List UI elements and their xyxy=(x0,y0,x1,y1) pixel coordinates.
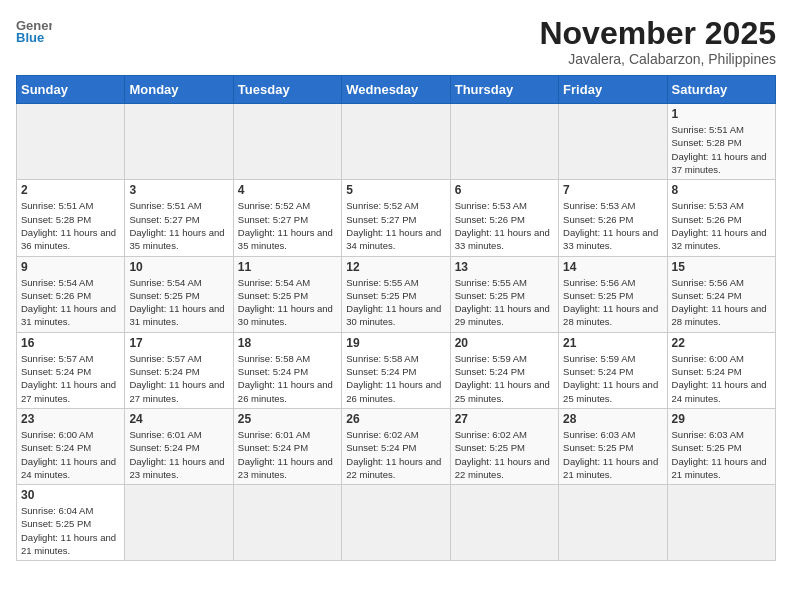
calendar-cell xyxy=(342,485,450,561)
header-tuesday: Tuesday xyxy=(233,76,341,104)
cell-content: Sunrise: 5:51 AM Sunset: 5:27 PM Dayligh… xyxy=(129,199,228,252)
calendar-cell: 2Sunrise: 5:51 AM Sunset: 5:28 PM Daylig… xyxy=(17,180,125,256)
cell-content: Sunrise: 5:56 AM Sunset: 5:24 PM Dayligh… xyxy=(672,276,771,329)
calendar-cell: 30Sunrise: 6:04 AM Sunset: 5:25 PM Dayli… xyxy=(17,485,125,561)
day-number: 10 xyxy=(129,260,228,274)
day-number: 5 xyxy=(346,183,445,197)
calendar-cell: 26Sunrise: 6:02 AM Sunset: 5:24 PM Dayli… xyxy=(342,408,450,484)
week-row-3: 9Sunrise: 5:54 AM Sunset: 5:26 PM Daylig… xyxy=(17,256,776,332)
calendar-cell xyxy=(450,104,558,180)
day-number: 19 xyxy=(346,336,445,350)
cell-content: Sunrise: 5:51 AM Sunset: 5:28 PM Dayligh… xyxy=(21,199,120,252)
day-number: 26 xyxy=(346,412,445,426)
cell-content: Sunrise: 5:54 AM Sunset: 5:25 PM Dayligh… xyxy=(238,276,337,329)
week-row-1: 1Sunrise: 5:51 AM Sunset: 5:28 PM Daylig… xyxy=(17,104,776,180)
calendar-cell: 7Sunrise: 5:53 AM Sunset: 5:26 PM Daylig… xyxy=(559,180,667,256)
cell-content: Sunrise: 5:53 AM Sunset: 5:26 PM Dayligh… xyxy=(672,199,771,252)
header-monday: Monday xyxy=(125,76,233,104)
week-row-4: 16Sunrise: 5:57 AM Sunset: 5:24 PM Dayli… xyxy=(17,332,776,408)
logo: General Blue xyxy=(16,16,52,44)
header-friday: Friday xyxy=(559,76,667,104)
day-number: 4 xyxy=(238,183,337,197)
day-number: 18 xyxy=(238,336,337,350)
cell-content: Sunrise: 5:57 AM Sunset: 5:24 PM Dayligh… xyxy=(129,352,228,405)
calendar-cell xyxy=(233,485,341,561)
day-number: 27 xyxy=(455,412,554,426)
calendar-cell: 1Sunrise: 5:51 AM Sunset: 5:28 PM Daylig… xyxy=(667,104,775,180)
calendar-cell: 23Sunrise: 6:00 AM Sunset: 5:24 PM Dayli… xyxy=(17,408,125,484)
calendar-cell: 18Sunrise: 5:58 AM Sunset: 5:24 PM Dayli… xyxy=(233,332,341,408)
day-number: 7 xyxy=(563,183,662,197)
calendar-cell: 13Sunrise: 5:55 AM Sunset: 5:25 PM Dayli… xyxy=(450,256,558,332)
cell-content: Sunrise: 6:03 AM Sunset: 5:25 PM Dayligh… xyxy=(672,428,771,481)
weekday-header-row: SundayMondayTuesdayWednesdayThursdayFrid… xyxy=(17,76,776,104)
day-number: 28 xyxy=(563,412,662,426)
day-number: 11 xyxy=(238,260,337,274)
cell-content: Sunrise: 6:02 AM Sunset: 5:24 PM Dayligh… xyxy=(346,428,445,481)
calendar-cell xyxy=(342,104,450,180)
header-sunday: Sunday xyxy=(17,76,125,104)
day-number: 16 xyxy=(21,336,120,350)
calendar-cell xyxy=(17,104,125,180)
calendar-cell: 27Sunrise: 6:02 AM Sunset: 5:25 PM Dayli… xyxy=(450,408,558,484)
day-number: 21 xyxy=(563,336,662,350)
calendar-cell xyxy=(667,485,775,561)
calendar-cell: 16Sunrise: 5:57 AM Sunset: 5:24 PM Dayli… xyxy=(17,332,125,408)
day-number: 6 xyxy=(455,183,554,197)
calendar-cell: 10Sunrise: 5:54 AM Sunset: 5:25 PM Dayli… xyxy=(125,256,233,332)
day-number: 14 xyxy=(563,260,662,274)
day-number: 12 xyxy=(346,260,445,274)
location: Javalera, Calabarzon, Philippines xyxy=(539,51,776,67)
cell-content: Sunrise: 6:04 AM Sunset: 5:25 PM Dayligh… xyxy=(21,504,120,557)
svg-text:Blue: Blue xyxy=(16,30,44,44)
day-number: 29 xyxy=(672,412,771,426)
cell-content: Sunrise: 5:55 AM Sunset: 5:25 PM Dayligh… xyxy=(346,276,445,329)
cell-content: Sunrise: 5:58 AM Sunset: 5:24 PM Dayligh… xyxy=(346,352,445,405)
calendar-cell: 12Sunrise: 5:55 AM Sunset: 5:25 PM Dayli… xyxy=(342,256,450,332)
day-number: 3 xyxy=(129,183,228,197)
day-number: 23 xyxy=(21,412,120,426)
calendar-cell: 28Sunrise: 6:03 AM Sunset: 5:25 PM Dayli… xyxy=(559,408,667,484)
calendar-cell: 3Sunrise: 5:51 AM Sunset: 5:27 PM Daylig… xyxy=(125,180,233,256)
day-number: 8 xyxy=(672,183,771,197)
cell-content: Sunrise: 6:00 AM Sunset: 5:24 PM Dayligh… xyxy=(21,428,120,481)
cell-content: Sunrise: 5:54 AM Sunset: 5:26 PM Dayligh… xyxy=(21,276,120,329)
week-row-5: 23Sunrise: 6:00 AM Sunset: 5:24 PM Dayli… xyxy=(17,408,776,484)
cell-content: Sunrise: 5:56 AM Sunset: 5:25 PM Dayligh… xyxy=(563,276,662,329)
calendar-cell: 4Sunrise: 5:52 AM Sunset: 5:27 PM Daylig… xyxy=(233,180,341,256)
cell-content: Sunrise: 5:51 AM Sunset: 5:28 PM Dayligh… xyxy=(672,123,771,176)
cell-content: Sunrise: 6:03 AM Sunset: 5:25 PM Dayligh… xyxy=(563,428,662,481)
cell-content: Sunrise: 5:52 AM Sunset: 5:27 PM Dayligh… xyxy=(238,199,337,252)
calendar-cell: 19Sunrise: 5:58 AM Sunset: 5:24 PM Dayli… xyxy=(342,332,450,408)
cell-content: Sunrise: 5:58 AM Sunset: 5:24 PM Dayligh… xyxy=(238,352,337,405)
generalblue-logo-icon: General Blue xyxy=(16,16,52,44)
calendar-cell xyxy=(125,104,233,180)
cell-content: Sunrise: 5:52 AM Sunset: 5:27 PM Dayligh… xyxy=(346,199,445,252)
calendar-cell xyxy=(233,104,341,180)
calendar-cell: 5Sunrise: 5:52 AM Sunset: 5:27 PM Daylig… xyxy=(342,180,450,256)
calendar-cell: 14Sunrise: 5:56 AM Sunset: 5:25 PM Dayli… xyxy=(559,256,667,332)
week-row-6: 30Sunrise: 6:04 AM Sunset: 5:25 PM Dayli… xyxy=(17,485,776,561)
cell-content: Sunrise: 5:59 AM Sunset: 5:24 PM Dayligh… xyxy=(455,352,554,405)
cell-content: Sunrise: 6:01 AM Sunset: 5:24 PM Dayligh… xyxy=(129,428,228,481)
calendar-cell: 22Sunrise: 6:00 AM Sunset: 5:24 PM Dayli… xyxy=(667,332,775,408)
calendar-cell xyxy=(559,104,667,180)
calendar-cell: 15Sunrise: 5:56 AM Sunset: 5:24 PM Dayli… xyxy=(667,256,775,332)
calendar-cell xyxy=(125,485,233,561)
calendar-cell: 6Sunrise: 5:53 AM Sunset: 5:26 PM Daylig… xyxy=(450,180,558,256)
calendar-cell: 9Sunrise: 5:54 AM Sunset: 5:26 PM Daylig… xyxy=(17,256,125,332)
title-block: November 2025 Javalera, Calabarzon, Phil… xyxy=(539,16,776,67)
day-number: 9 xyxy=(21,260,120,274)
day-number: 20 xyxy=(455,336,554,350)
calendar-cell xyxy=(559,485,667,561)
day-number: 13 xyxy=(455,260,554,274)
cell-content: Sunrise: 5:59 AM Sunset: 5:24 PM Dayligh… xyxy=(563,352,662,405)
calendar-cell: 17Sunrise: 5:57 AM Sunset: 5:24 PM Dayli… xyxy=(125,332,233,408)
calendar-cell: 24Sunrise: 6:01 AM Sunset: 5:24 PM Dayli… xyxy=(125,408,233,484)
cell-content: Sunrise: 6:01 AM Sunset: 5:24 PM Dayligh… xyxy=(238,428,337,481)
day-number: 24 xyxy=(129,412,228,426)
calendar-table: SundayMondayTuesdayWednesdayThursdayFrid… xyxy=(16,75,776,561)
day-number: 1 xyxy=(672,107,771,121)
calendar-cell: 21Sunrise: 5:59 AM Sunset: 5:24 PM Dayli… xyxy=(559,332,667,408)
month-title: November 2025 xyxy=(539,16,776,51)
